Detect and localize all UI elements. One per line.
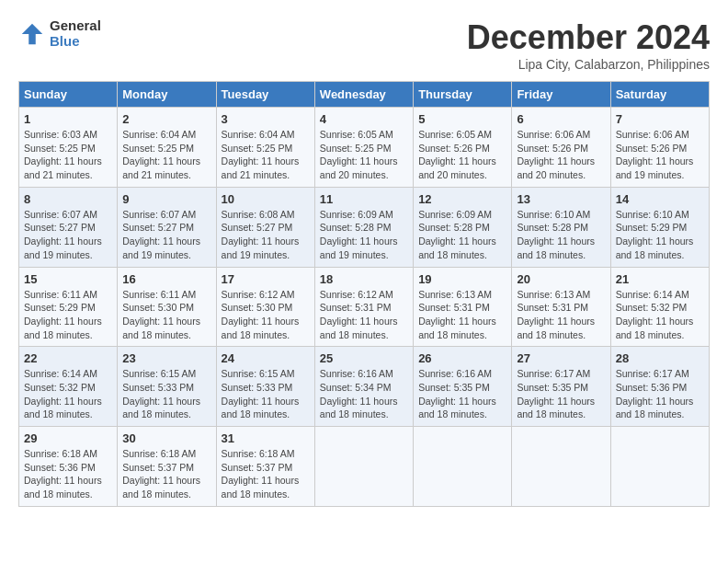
day-detail: Sunrise: 6:05 AM Sunset: 5:26 PM Dayligh… [418,128,506,182]
day-detail: Sunrise: 6:15 AM Sunset: 5:33 PM Dayligh… [122,367,210,421]
logo-blue: Blue [50,34,101,50]
week-row-4: 22 Sunrise: 6:14 AM Sunset: 5:32 PM Dayl… [19,347,710,427]
day-detail: Sunrise: 6:06 AM Sunset: 5:26 PM Dayligh… [616,128,704,182]
day-detail: Sunrise: 6:04 AM Sunset: 5:25 PM Dayligh… [122,128,210,182]
logo-icon [18,20,46,48]
header-cell-sunday: Sunday [19,82,118,108]
day-cell: 1 Sunrise: 6:03 AM Sunset: 5:25 PM Dayli… [19,108,118,188]
day-detail: Sunrise: 6:03 AM Sunset: 5:25 PM Dayligh… [24,128,112,182]
calendar-table: SundayMondayTuesdayWednesdayThursdayFrid… [18,81,710,507]
day-cell: 29 Sunrise: 6:18 AM Sunset: 5:36 PM Dayl… [19,427,118,507]
day-detail: Sunrise: 6:18 AM Sunset: 5:37 PM Dayligh… [122,447,210,501]
header-cell-tuesday: Tuesday [216,82,314,108]
day-detail: Sunrise: 6:15 AM Sunset: 5:33 PM Dayligh… [222,367,310,421]
day-detail: Sunrise: 6:16 AM Sunset: 5:34 PM Dayligh… [320,367,408,421]
day-cell [314,427,413,507]
header-row: SundayMondayTuesdayWednesdayThursdayFrid… [19,82,710,108]
day-detail: Sunrise: 6:14 AM Sunset: 5:32 PM Dayligh… [616,288,704,342]
day-number: 29 [24,431,112,445]
logo-text: General Blue [50,18,101,49]
day-number: 31 [222,431,310,445]
day-number: 11 [320,192,408,206]
logo: General Blue [18,18,101,49]
day-number: 14 [616,192,704,206]
day-detail: Sunrise: 6:07 AM Sunset: 5:27 PM Dayligh… [24,208,112,262]
day-cell: 22 Sunrise: 6:14 AM Sunset: 5:32 PM Dayl… [19,347,118,427]
day-detail: Sunrise: 6:18 AM Sunset: 5:36 PM Dayligh… [24,447,112,501]
day-number: 16 [122,272,210,286]
day-detail: Sunrise: 6:16 AM Sunset: 5:35 PM Dayligh… [418,367,506,421]
day-number: 26 [418,351,506,365]
day-detail: Sunrise: 6:18 AM Sunset: 5:37 PM Dayligh… [222,447,310,501]
day-number: 20 [517,272,605,286]
day-number: 13 [517,192,605,206]
day-cell: 24 Sunrise: 6:15 AM Sunset: 5:33 PM Dayl… [216,347,314,427]
header-cell-wednesday: Wednesday [314,82,413,108]
day-cell: 5 Sunrise: 6:05 AM Sunset: 5:26 PM Dayli… [414,108,512,188]
day-detail: Sunrise: 6:05 AM Sunset: 5:25 PM Dayligh… [320,128,408,182]
header-cell-thursday: Thursday [414,82,512,108]
day-cell [610,427,709,507]
day-detail: Sunrise: 6:17 AM Sunset: 5:36 PM Dayligh… [616,367,704,421]
day-number: 15 [24,272,112,286]
week-row-1: 1 Sunrise: 6:03 AM Sunset: 5:25 PM Dayli… [19,108,710,188]
day-number: 6 [517,112,605,126]
day-detail: Sunrise: 6:17 AM Sunset: 5:35 PM Dayligh… [517,367,605,421]
location-title: Lipa City, Calabarzon, Philippines [467,57,710,72]
day-cell: 15 Sunrise: 6:11 AM Sunset: 5:29 PM Dayl… [19,267,118,347]
day-number: 9 [122,192,210,206]
day-cell [512,427,610,507]
day-cell: 3 Sunrise: 6:04 AM Sunset: 5:25 PM Dayli… [216,108,314,188]
day-cell: 6 Sunrise: 6:06 AM Sunset: 5:26 PM Dayli… [512,108,610,188]
day-cell: 18 Sunrise: 6:12 AM Sunset: 5:31 PM Dayl… [314,267,413,347]
day-cell: 21 Sunrise: 6:14 AM Sunset: 5:32 PM Dayl… [610,267,709,347]
day-number: 25 [320,351,408,365]
header-cell-monday: Monday [118,82,216,108]
day-number: 12 [418,192,506,206]
day-number: 23 [122,351,210,365]
day-number: 1 [24,112,112,126]
day-cell: 16 Sunrise: 6:11 AM Sunset: 5:30 PM Dayl… [118,267,216,347]
day-cell: 11 Sunrise: 6:09 AM Sunset: 5:28 PM Dayl… [314,187,413,267]
day-cell [414,427,512,507]
day-cell: 8 Sunrise: 6:07 AM Sunset: 5:27 PM Dayli… [19,187,118,267]
day-detail: Sunrise: 6:10 AM Sunset: 5:29 PM Dayligh… [616,208,704,262]
day-number: 22 [24,351,112,365]
day-detail: Sunrise: 6:12 AM Sunset: 5:30 PM Dayligh… [222,288,310,342]
day-number: 7 [616,112,704,126]
day-cell: 25 Sunrise: 6:16 AM Sunset: 5:34 PM Dayl… [314,347,413,427]
day-number: 27 [517,351,605,365]
week-row-5: 29 Sunrise: 6:18 AM Sunset: 5:36 PM Dayl… [19,427,710,507]
day-cell: 23 Sunrise: 6:15 AM Sunset: 5:33 PM Dayl… [118,347,216,427]
day-number: 28 [616,351,704,365]
day-cell: 17 Sunrise: 6:12 AM Sunset: 5:30 PM Dayl… [216,267,314,347]
day-cell: 12 Sunrise: 6:09 AM Sunset: 5:28 PM Dayl… [414,187,512,267]
day-cell: 13 Sunrise: 6:10 AM Sunset: 5:28 PM Dayl… [512,187,610,267]
svg-marker-0 [22,23,43,44]
day-number: 24 [222,351,310,365]
day-detail: Sunrise: 6:06 AM Sunset: 5:26 PM Dayligh… [517,128,605,182]
title-area: December 2024 Lipa City, Calabarzon, Phi… [467,18,710,72]
week-row-2: 8 Sunrise: 6:07 AM Sunset: 5:27 PM Dayli… [19,187,710,267]
day-cell: 28 Sunrise: 6:17 AM Sunset: 5:36 PM Dayl… [610,347,709,427]
day-cell: 10 Sunrise: 6:08 AM Sunset: 5:27 PM Dayl… [216,187,314,267]
day-detail: Sunrise: 6:13 AM Sunset: 5:31 PM Dayligh… [517,288,605,342]
day-cell: 26 Sunrise: 6:16 AM Sunset: 5:35 PM Dayl… [414,347,512,427]
day-cell: 19 Sunrise: 6:13 AM Sunset: 5:31 PM Dayl… [414,267,512,347]
logo-general: General [50,18,101,34]
day-cell: 2 Sunrise: 6:04 AM Sunset: 5:25 PM Dayli… [118,108,216,188]
week-row-3: 15 Sunrise: 6:11 AM Sunset: 5:29 PM Dayl… [19,267,710,347]
day-cell: 31 Sunrise: 6:18 AM Sunset: 5:37 PM Dayl… [216,427,314,507]
month-title: December 2024 [467,18,710,57]
day-number: 21 [616,272,704,286]
day-number: 19 [418,272,506,286]
day-number: 3 [222,112,310,126]
day-cell: 30 Sunrise: 6:18 AM Sunset: 5:37 PM Dayl… [118,427,216,507]
day-detail: Sunrise: 6:07 AM Sunset: 5:27 PM Dayligh… [122,208,210,262]
day-number: 2 [122,112,210,126]
day-number: 18 [320,272,408,286]
day-detail: Sunrise: 6:09 AM Sunset: 5:28 PM Dayligh… [320,208,408,262]
day-detail: Sunrise: 6:09 AM Sunset: 5:28 PM Dayligh… [418,208,506,262]
day-detail: Sunrise: 6:11 AM Sunset: 5:29 PM Dayligh… [24,288,112,342]
day-cell: 9 Sunrise: 6:07 AM Sunset: 5:27 PM Dayli… [118,187,216,267]
